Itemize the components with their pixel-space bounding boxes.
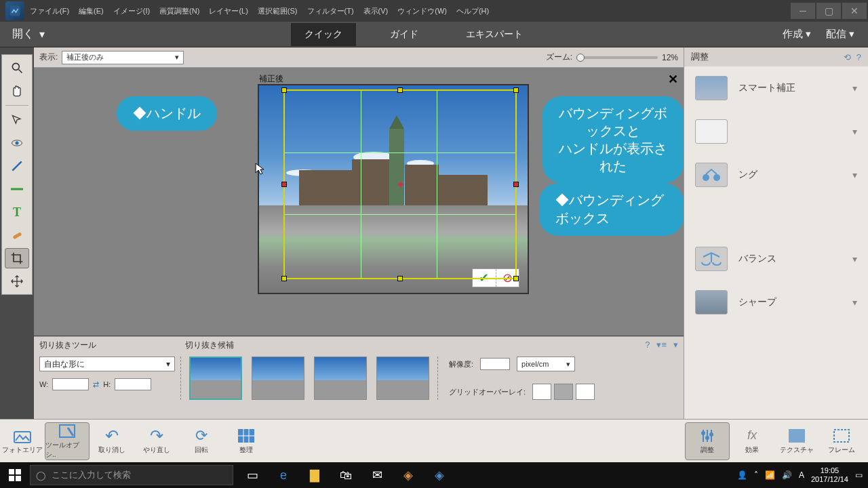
mode-bar: 開く ▾ クイック ガイド エキスパート 作成 ▾ 配信 ▾ bbox=[0, 22, 868, 47]
zoom-tool[interactable] bbox=[5, 58, 29, 78]
close-button[interactable]: ✕ bbox=[842, 3, 867, 19]
svg-rect-6 bbox=[11, 188, 23, 190]
help-icon[interactable]: ? bbox=[856, 52, 861, 62]
svg-point-1 bbox=[12, 63, 19, 70]
task-view-icon[interactable]: ▭ bbox=[237, 462, 267, 488]
svg-rect-26 bbox=[16, 469, 21, 474]
open-dropdown-icon[interactable]: ▾ bbox=[39, 28, 45, 41]
panel-title: 調整 bbox=[691, 51, 709, 63]
adj-sharpen[interactable]: シャープ▾ bbox=[684, 281, 868, 324]
adjustments-button[interactable]: 調整 bbox=[685, 422, 730, 460]
ime-icon[interactable]: A bbox=[799, 470, 804, 480]
svg-rect-10 bbox=[14, 432, 31, 443]
maximize-button[interactable]: ▢ bbox=[816, 3, 841, 19]
people-icon[interactable]: 👤 bbox=[737, 470, 747, 480]
overlay-grid[interactable] bbox=[576, 384, 595, 400]
crop-thumb-4[interactable] bbox=[376, 357, 429, 400]
start-button[interactable] bbox=[0, 462, 30, 488]
zoom-slider-thumb[interactable] bbox=[576, 54, 585, 62]
tab-guided[interactable]: ガイド bbox=[376, 23, 432, 46]
adj-lighting[interactable]: ング▾ bbox=[684, 153, 868, 197]
width-input[interactable] bbox=[52, 378, 89, 390]
app-task-icon-2[interactable]: ◈ bbox=[425, 462, 454, 488]
menu-help[interactable]: ヘルプ(H) bbox=[456, 6, 489, 16]
tray-up-icon[interactable]: ˄ bbox=[754, 470, 758, 480]
organizer-button[interactable]: 整理 bbox=[224, 422, 269, 460]
window-controls: ─ ▢ ✕ bbox=[791, 3, 868, 19]
rotate-button[interactable]: ⟳回転 bbox=[179, 422, 224, 460]
open-button[interactable]: 開く bbox=[12, 27, 34, 41]
swap-wh-icon[interactable]: ⇄ bbox=[93, 380, 99, 389]
textures-button[interactable]: テクスチャ bbox=[774, 422, 819, 460]
explorer-icon[interactable]: ▇ bbox=[300, 462, 330, 488]
callout-handle: ◆ハンドル bbox=[117, 96, 217, 131]
spot-heal-tool[interactable] bbox=[5, 225, 29, 245]
edge-icon[interactable]: e bbox=[269, 462, 298, 488]
menu-select[interactable]: 選択範囲(S) bbox=[258, 6, 298, 16]
hand-tool[interactable] bbox=[5, 81, 29, 101]
app-task-icon-1[interactable]: ◈ bbox=[393, 462, 423, 488]
redo-button[interactable]: ↷やり直し bbox=[134, 422, 179, 460]
adj-balance[interactable]: バランス▾ bbox=[684, 237, 868, 281]
svg-line-5 bbox=[12, 161, 21, 170]
taskbar-search[interactable]: ◯ ここに入力して検索 bbox=[30, 465, 233, 485]
crop-bounding-box[interactable]: ✦ bbox=[283, 89, 517, 279]
callout-bbox: ◆バウンディングボックス bbox=[539, 183, 684, 236]
photo-bin-button[interactable]: フォトエリア bbox=[0, 422, 45, 460]
straighten-tool[interactable] bbox=[5, 179, 29, 199]
svg-point-4 bbox=[16, 142, 19, 145]
quick-select-tool[interactable] bbox=[5, 110, 29, 130]
overlay-none[interactable] bbox=[532, 384, 551, 400]
resolution-input[interactable] bbox=[480, 358, 510, 370]
frames-button[interactable]: フレーム bbox=[819, 422, 864, 460]
overlay-thirds[interactable] bbox=[554, 384, 573, 400]
tool-help-icon[interactable]: ? bbox=[645, 340, 650, 351]
resolution-label: 解像度: bbox=[449, 359, 473, 369]
crop-tool[interactable] bbox=[5, 248, 29, 268]
notifications-icon[interactable]: ▭ bbox=[855, 470, 863, 480]
menu-view[interactable]: 表示(V) bbox=[363, 6, 389, 16]
mail-icon[interactable]: ✉ bbox=[362, 462, 392, 488]
share-button[interactable]: 配信 ▾ bbox=[826, 28, 854, 41]
unit-select[interactable]: pixel/cm▾ bbox=[517, 357, 575, 371]
move-tool[interactable] bbox=[5, 271, 29, 291]
crop-thumb-2[interactable] bbox=[252, 357, 304, 400]
volume-icon[interactable]: 🔊 bbox=[782, 470, 792, 480]
whiten-tool[interactable] bbox=[5, 156, 29, 176]
adj-smart-fix[interactable]: スマート補正▾ bbox=[684, 66, 868, 110]
crop-thumb-1[interactable] bbox=[189, 357, 242, 400]
menu-image[interactable]: イメージ(I) bbox=[113, 6, 150, 16]
tab-expert[interactable]: エキスパート bbox=[452, 23, 536, 46]
zoom-slider[interactable] bbox=[576, 56, 658, 59]
redeye-tool[interactable] bbox=[5, 133, 29, 153]
adj-item-2[interactable]: ▾ bbox=[684, 110, 868, 153]
menu-enhance[interactable]: 画質調整(N) bbox=[159, 6, 199, 16]
width-label: W: bbox=[39, 380, 48, 388]
svg-line-2 bbox=[19, 70, 22, 73]
minimize-button[interactable]: ─ bbox=[791, 3, 815, 19]
store-icon[interactable]: 🛍 bbox=[331, 462, 361, 488]
tool-options-button[interactable]: ツールオプシ.. bbox=[45, 422, 90, 460]
menu-window[interactable]: ウィンドウ(W) bbox=[397, 6, 447, 16]
tool-menu-icon[interactable]: ▾≡ bbox=[656, 340, 667, 351]
height-label: H: bbox=[103, 380, 111, 388]
network-icon[interactable]: 📶 bbox=[765, 470, 775, 480]
tab-quick[interactable]: クイック bbox=[291, 23, 356, 46]
display-select[interactable]: 補正後のみ▾ bbox=[62, 51, 184, 64]
taskbar-clock[interactable]: 19:05 2017/12/14 bbox=[811, 466, 848, 484]
height-input[interactable] bbox=[115, 378, 151, 390]
effects-button[interactable]: fx効果 bbox=[730, 422, 774, 460]
menu-filter[interactable]: フィルター(T) bbox=[307, 6, 354, 16]
menu-edit[interactable]: 編集(E) bbox=[79, 6, 104, 16]
reset-icon[interactable]: ⟲ bbox=[844, 52, 851, 62]
crop-thumb-3[interactable] bbox=[314, 357, 367, 400]
create-button[interactable]: 作成 ▾ bbox=[783, 28, 811, 41]
menu-layer[interactable]: レイヤー(L) bbox=[209, 6, 248, 16]
undo-button[interactable]: ↶取り消し bbox=[90, 422, 134, 460]
zoom-label: ズーム: bbox=[546, 52, 572, 63]
type-tool[interactable]: T bbox=[5, 202, 29, 222]
crop-shape-select[interactable]: 自由な形に▾ bbox=[39, 357, 175, 371]
menu-file[interactable]: ファイル(F) bbox=[30, 6, 69, 16]
close-image-button[interactable]: ✕ bbox=[668, 72, 678, 87]
tool-close-icon[interactable]: ▾ bbox=[673, 340, 678, 351]
